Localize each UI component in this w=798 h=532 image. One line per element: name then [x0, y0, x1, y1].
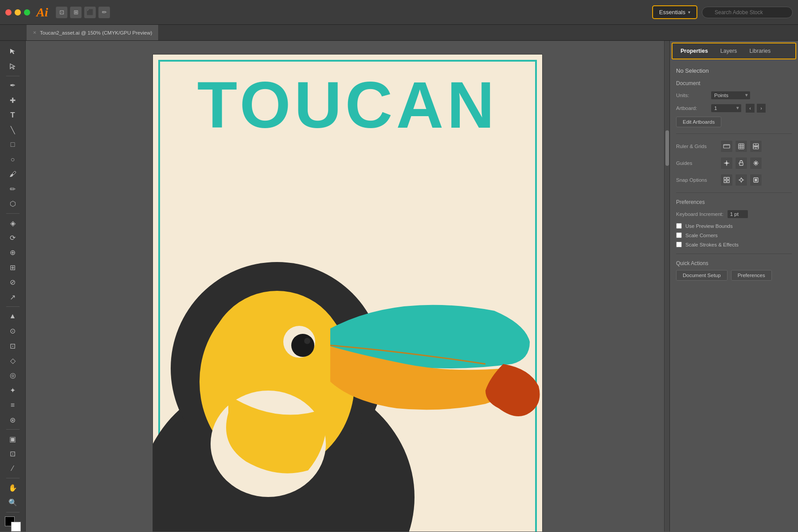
scale-corners-row: Scale Corners [676, 232, 792, 238]
edit-artboards-button[interactable]: Edit Artboards [676, 117, 721, 127]
maximize-button[interactable] [24, 9, 30, 16]
scale-strokes-label[interactable]: Scale Strokes & Effects [685, 242, 739, 247]
keyboard-increment-input[interactable] [727, 210, 748, 219]
type-tool[interactable]: T [5, 108, 20, 122]
snap-options-row: Snap Options [676, 174, 792, 186]
direct-selection-tool[interactable] [5, 59, 20, 73]
tab-libraries[interactable]: Libraries [743, 43, 777, 59]
titlebar: Ai ⊡ ⊞ ⬛ ✏ Essentials ▾ 🔍 [0, 0, 798, 25]
zoom-tool[interactable]: 🔍 [5, 496, 20, 510]
live-paint-tool[interactable]: ⊙ [5, 324, 20, 338]
shape-builder-tool[interactable]: ▲ [5, 309, 20, 323]
new-file-icon[interactable]: ⊡ [56, 7, 67, 18]
use-preview-bounds-label[interactable]: Use Preview Bounds [685, 223, 733, 229]
snap-to-point-btn[interactable] [735, 174, 747, 186]
perspective-grid-icon-btn[interactable] [750, 140, 762, 153]
no-selection-label: No Selection [676, 67, 792, 74]
snap-to-grid-btn[interactable] [720, 174, 733, 186]
gradient-tool[interactable]: ◎ [5, 368, 20, 383]
ruler-grids-label: Ruler & Grids [676, 144, 716, 149]
scrollbar-thumb[interactable] [665, 130, 669, 166]
column-graph-tool[interactable]: ▣ [5, 432, 20, 446]
minimize-button[interactable] [15, 9, 21, 16]
line-tool[interactable]: ╲ [5, 123, 20, 137]
add-anchor-tool[interactable]: ✚ [5, 93, 20, 107]
blob-brush-tool[interactable]: ⬡ [5, 197, 20, 211]
blend-tool[interactable]: ≡ [5, 398, 20, 412]
artboard: TOUCAN [153, 54, 543, 532]
snap-to-pixel-btn[interactable] [750, 174, 762, 186]
rect-tool[interactable]: □ [5, 137, 20, 152]
color-selector[interactable] [5, 516, 21, 532]
rotate-tool[interactable]: ⟳ [5, 231, 20, 245]
pencil-tool[interactable]: ✏ [5, 182, 20, 196]
artboard-prev-button[interactable]: ‹ [745, 103, 755, 113]
grid-icon-btn[interactable] [735, 140, 747, 153]
pen-tool[interactable]: ✒ [5, 78, 20, 93]
artboard-next-button[interactable]: › [756, 103, 766, 113]
keyboard-increment-label: Keyboard Increment: [676, 211, 724, 217]
clear-guides-btn[interactable] [750, 157, 762, 169]
document-setup-button[interactable]: Document Setup [676, 270, 728, 281]
guides-label: Guides [676, 160, 716, 166]
doc-tab-label: Toucan2_asset.ai @ 150% (CMYK/GPU Previe… [40, 30, 152, 35]
svg-rect-45 [755, 179, 757, 181]
eyedropper-tool[interactable]: ✦ [5, 383, 20, 397]
scale-strokes-checkbox[interactable] [676, 242, 682, 247]
tab-layers[interactable]: Layers [714, 43, 743, 59]
toucan-artwork [153, 196, 543, 532]
ellipse-tool[interactable]: ○ [5, 153, 20, 167]
show-guides-btn[interactable] [720, 157, 733, 169]
svg-point-6 [291, 334, 314, 357]
hand-tool[interactable]: ✋ [5, 481, 20, 495]
width-tool[interactable]: ⊘ [5, 275, 20, 289]
keyboard-increment-row: Keyboard Increment: [676, 210, 792, 219]
close-button[interactable] [5, 9, 12, 16]
units-select[interactable]: Points Pixels Inches Millimeters [711, 91, 751, 100]
preferences-button[interactable]: Preferences [731, 270, 772, 281]
artboard-select[interactable]: 1 [711, 104, 742, 113]
artboard-label: Artboard: [676, 106, 707, 111]
background-color[interactable] [11, 522, 21, 532]
ruler-icon-btn[interactable] [720, 140, 733, 153]
scale-tool[interactable]: ⊕ [5, 246, 20, 260]
paintbrush-tool[interactable]: 🖌 [5, 167, 20, 181]
doc-tab-close[interactable]: ✕ [33, 30, 36, 35]
units-row: Units: Points Pixels Inches Millimeters … [676, 91, 792, 100]
svg-rect-28 [739, 163, 743, 165]
search-input[interactable] [702, 7, 793, 18]
scale-corners-label[interactable]: Scale Corners [685, 233, 718, 238]
grid-icon[interactable]: ⊞ [70, 7, 82, 18]
panel-content: No Selection Document Units: Points Pixe… [670, 59, 798, 532]
artboard-tool[interactable]: ⊡ [5, 447, 20, 461]
slice-tool[interactable]: ∕ [5, 462, 20, 476]
symbol-sprayer-tool[interactable]: ⊛ [5, 413, 20, 427]
pen-icon[interactable]: ✏ [98, 7, 110, 18]
free-transform-tool[interactable]: ↗ [5, 290, 20, 304]
selection-tool[interactable] [5, 44, 20, 59]
traffic-lights [5, 9, 30, 16]
tabbar: ✕ Toucan2_asset.ai @ 150% (CMYK/GPU Prev… [0, 25, 798, 41]
mesh-tool[interactable]: ◇ [5, 353, 20, 368]
svg-rect-15 [739, 144, 744, 149]
svg-rect-38 [727, 180, 729, 183]
main-layout: ✒ ✚ T ╲ □ ○ 🖌 ✏ ⬡ ◈ ⟳ ⊕ ⊞ ⊘ ↗ ▲ ⊙ ⊡ ◇ ◎ … [0, 41, 798, 532]
use-preview-bounds-checkbox[interactable] [676, 223, 682, 229]
eraser-tool[interactable]: ◈ [5, 216, 20, 230]
tool-divider-6 [6, 512, 20, 512]
svg-rect-37 [724, 180, 726, 183]
warp-tool[interactable]: ⊞ [5, 260, 20, 274]
tab-properties[interactable]: Properties [674, 43, 714, 59]
svg-point-7 [304, 338, 310, 344]
lock-guides-btn[interactable] [735, 157, 747, 169]
app-logo: Ai [36, 5, 48, 20]
vertical-scrollbar[interactable] [664, 41, 669, 532]
tool-divider-4 [6, 429, 20, 430]
units-label: Units: [676, 93, 707, 98]
arrange-icon[interactable]: ⬛ [84, 7, 96, 18]
edit-artboards-row: Edit Artboards [676, 117, 792, 127]
scale-corners-checkbox[interactable] [676, 232, 682, 238]
document-tab[interactable]: ✕ Toucan2_asset.ai @ 150% (CMYK/GPU Prev… [27, 25, 159, 40]
perspective-tool[interactable]: ⊡ [5, 339, 20, 353]
essentials-button[interactable]: Essentials ▾ [652, 5, 697, 19]
